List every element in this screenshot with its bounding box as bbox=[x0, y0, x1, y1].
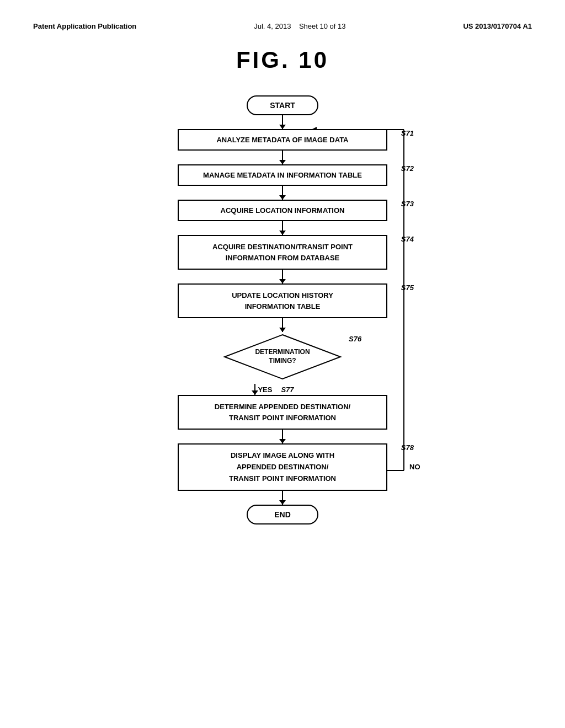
step-s72-id: S72 bbox=[401, 164, 414, 173]
step-s71-label: ANALYZE METADATA OF IMAGE DATA bbox=[216, 136, 348, 144]
end-shape-wrapper: END bbox=[247, 505, 318, 524]
step-s75-id: S75 bbox=[401, 283, 414, 292]
step-s74-id: S74 bbox=[401, 235, 414, 243]
s75-wrapper: UPDATE LOCATION HISTORY INFORMATION TABL… bbox=[178, 283, 387, 318]
s71-wrapper: ANALYZE METADATA OF IMAGE DATA S71 bbox=[178, 129, 387, 151]
arrow-s76-yes-head bbox=[252, 390, 258, 395]
header-sheet: Sheet 10 of 13 bbox=[299, 22, 346, 30]
flowchart: NO START ANALYZE METADATA OF IMAGE DATA … bbox=[33, 95, 532, 524]
arrow-s78-to-end bbox=[282, 491, 283, 505]
end-shape: END bbox=[247, 505, 318, 524]
step-s78-id: S78 bbox=[401, 443, 414, 452]
step-s76-label: DETERMINATION TIMING? bbox=[247, 348, 318, 365]
header-left: Patent Application Publication bbox=[33, 22, 136, 30]
step-s73-label: ACQUIRE LOCATION INFORMATION bbox=[221, 206, 345, 215]
step-s73-id: S73 bbox=[401, 200, 414, 208]
arrow-s72-to-s73 bbox=[282, 186, 283, 200]
step-s77: DETERMINE APPENDED DESTINATION/ TRANSIT … bbox=[178, 395, 387, 430]
arrow-s71-to-s72 bbox=[282, 151, 283, 164]
s77-wrapper: DETERMINE APPENDED DESTINATION/ TRANSIT … bbox=[178, 395, 387, 430]
step-s75: UPDATE LOCATION HISTORY INFORMATION TABL… bbox=[178, 283, 387, 318]
yes-label-text: YES bbox=[258, 386, 272, 394]
s72-wrapper: MANAGE METADATA IN INFORMATION TABLE S72 bbox=[178, 164, 387, 186]
arrow-s75-to-s76 bbox=[282, 318, 283, 332]
step-s71: ANALYZE METADATA OF IMAGE DATA S71 bbox=[178, 129, 387, 151]
s73-wrapper: ACQUIRE LOCATION INFORMATION S73 bbox=[178, 200, 387, 221]
s74-wrapper: ACQUIRE DESTINATION/TRANSIT POINT INFORM… bbox=[178, 235, 387, 270]
header-center: Jul. 4, 2013 Sheet 10 of 13 bbox=[254, 22, 345, 30]
figure-title: FIG. 10 bbox=[33, 47, 532, 73]
step-s77-label: DETERMINE APPENDED DESTINATION/ TRANSIT … bbox=[215, 402, 350, 423]
page: Patent Application Publication Jul. 4, 2… bbox=[0, 0, 565, 728]
arrow-s73-to-s74 bbox=[282, 221, 283, 235]
header: Patent Application Publication Jul. 4, 2… bbox=[33, 22, 532, 30]
start-shape-wrapper: START bbox=[247, 95, 318, 115]
step-s73: ACQUIRE LOCATION INFORMATION S73 bbox=[178, 200, 387, 221]
step-s78: DISPLAY IMAGE ALONG WITH APPENDED DESTIN… bbox=[178, 443, 387, 491]
yes-branch: YES S77 bbox=[254, 382, 294, 395]
step-s71-id: S71 bbox=[401, 129, 414, 137]
header-right: US 2013/0170704 A1 bbox=[463, 22, 532, 30]
step-s74-label: ACQUIRE DESTINATION/TRANSIT POINT INFORM… bbox=[212, 242, 353, 263]
yes-label-wrapper: YES S77 bbox=[254, 384, 294, 395]
svg-text:NO: NO bbox=[409, 463, 420, 471]
start-shape: START bbox=[247, 95, 318, 115]
step-s76-id: S76 bbox=[349, 335, 361, 343]
step-s74: ACQUIRE DESTINATION/TRANSIT POINT INFORM… bbox=[178, 235, 387, 270]
arrow-start-to-s71 bbox=[282, 115, 283, 129]
arrow-s76-yes-line bbox=[254, 384, 255, 395]
step-s76-diamond: DETERMINATION TIMING? bbox=[222, 332, 343, 382]
step-s72-label: MANAGE METADATA IN INFORMATION TABLE bbox=[203, 171, 362, 179]
step-s78-label: DISPLAY IMAGE ALONG WITH APPENDED DESTIN… bbox=[229, 450, 336, 484]
arrow-s74-to-s75 bbox=[282, 270, 283, 283]
arrow-s77-to-s78 bbox=[282, 430, 283, 443]
step-s77-id-label: S77 bbox=[281, 386, 294, 394]
step-s75-label: UPDATE LOCATION HISTORY INFORMATION TABL… bbox=[232, 290, 333, 312]
s78-wrapper: DISPLAY IMAGE ALONG WITH APPENDED DESTIN… bbox=[178, 443, 387, 491]
step-s72: MANAGE METADATA IN INFORMATION TABLE S72 bbox=[178, 164, 387, 186]
s76-wrapper: DETERMINATION TIMING? S76 bbox=[222, 332, 343, 382]
header-date: Jul. 4, 2013 bbox=[254, 22, 291, 30]
